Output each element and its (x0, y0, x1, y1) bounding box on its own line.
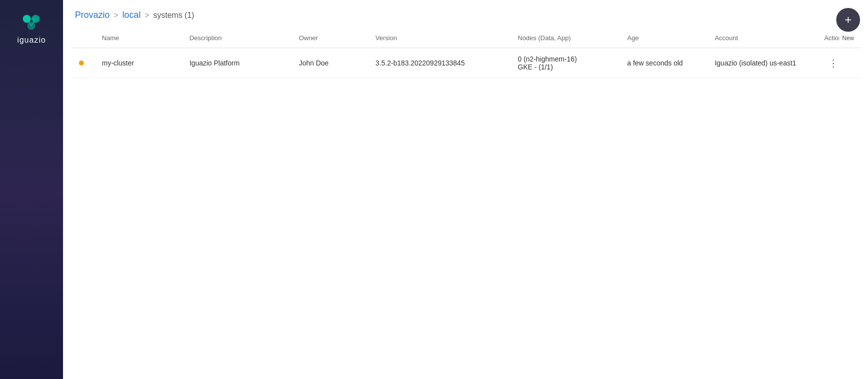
col-header-status (71, 28, 94, 48)
age-cell: a few seconds old (619, 48, 707, 78)
table-row[interactable]: my-cluster Iguazio Platform John Doe 3.5… (71, 48, 860, 78)
col-header-description: Description (182, 28, 291, 48)
status-cell (71, 48, 94, 78)
name-cell[interactable]: my-cluster (94, 48, 181, 78)
version-cell: 3.5.2-b183.20220929133845 (368, 48, 510, 78)
breadcrumb-sep-2: > (144, 11, 149, 20)
nodes-line2: GKE - (1/1) (518, 63, 611, 71)
col-header-age: Age (619, 28, 707, 48)
actions-cell: ⋮ (816, 48, 860, 78)
logo-container: iguazio (17, 12, 46, 45)
col-header-version: Version (368, 28, 510, 48)
col-header-name: Name (94, 28, 181, 48)
status-dot (79, 61, 84, 65)
breadcrumb-sep-1: > (114, 11, 118, 20)
systems-table-container: Name Description Owner Version Nodes (Da… (63, 28, 868, 379)
account-cell: Iguazio (isolated) us-east1 (707, 48, 816, 78)
main-content: Provazio > local > systems (1) Name Desc… (63, 0, 868, 379)
iguazio-logo-icon (19, 12, 43, 32)
breadcrumb-current: systems (1) (153, 11, 195, 20)
new-button-container: + New (836, 8, 860, 43)
sidebar: iguazio (0, 0, 63, 379)
logo-text: iguazio (17, 36, 46, 45)
nodes-cell: 0 (n2-highmem-16) GKE - (1/1) (510, 48, 619, 78)
description-cell: Iguazio Platform (182, 48, 291, 78)
row-actions-button[interactable]: ⋮ (824, 56, 842, 70)
systems-table: Name Description Owner Version Nodes (Da… (71, 28, 860, 78)
col-header-owner: Owner (291, 28, 367, 48)
owner-cell: John Doe (291, 48, 367, 78)
col-header-nodes: Nodes (Data, App) (510, 28, 619, 48)
header: Provazio > local > systems (1) (63, 0, 868, 28)
breadcrumb: Provazio > local > systems (1) (75, 10, 194, 20)
new-button-label: New (839, 34, 857, 43)
plus-icon: + (845, 14, 852, 26)
new-circle-button[interactable]: + (836, 8, 860, 32)
table-header-row: Name Description Owner Version Nodes (Da… (71, 28, 860, 48)
breadcrumb-root[interactable]: Provazio (75, 10, 110, 20)
breadcrumb-level1[interactable]: local (122, 10, 140, 20)
col-header-account: Account (707, 28, 816, 48)
nodes-line1: 0 (n2-highmem-16) (518, 55, 611, 63)
